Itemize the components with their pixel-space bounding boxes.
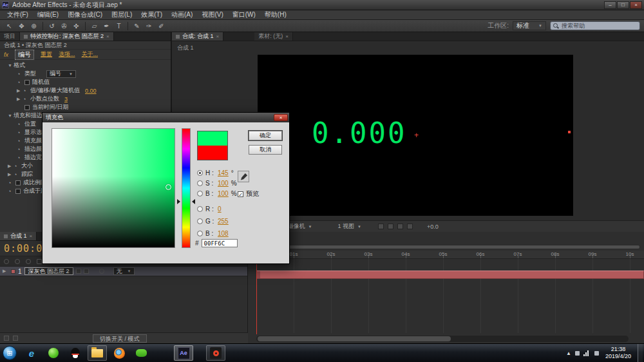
mask-tool-icon[interactable]: ▱ [89,21,100,31]
timeline-scrollbar[interactable] [256,336,629,342]
preview-checkbox[interactable]: ✓ [238,191,243,197]
search-input[interactable] [562,23,632,29]
twirl-icon[interactable]: ▶ [17,97,23,102]
menu-animation[interactable]: 动画(A) [167,10,197,19]
taskbar-player-icon[interactable] [206,345,225,361]
close-icon[interactable]: × [106,33,109,39]
checkbox[interactable] [24,105,30,110]
close-icon[interactable]: × [285,33,289,39]
show-desktop-button[interactable] [638,344,643,362]
color-cursor[interactable] [166,184,171,190]
menu-effect[interactable]: 效果(T) [137,10,167,19]
checkbox[interactable] [15,189,21,194]
work-area-bar[interactable] [256,245,640,249]
radio-hue[interactable] [197,170,203,176]
field-value[interactable]: 108 [218,230,229,237]
help-search-box[interactable] [550,21,640,30]
layer-quality-icon[interactable] [76,269,81,274]
layer-row[interactable]: ▶ 1 深灰色 固态层 2 无 ▼ [0,267,247,276]
camera-tool-icon[interactable]: ✇ [59,21,70,31]
field-value[interactable]: 145 [218,169,229,176]
close-icon[interactable]: × [30,233,33,239]
taskbar-browser-icon[interactable] [44,345,63,361]
stopwatch-icon[interactable]: ◔ [17,155,24,161]
stopwatch-icon[interactable]: ◔ [8,188,15,195]
ok-button[interactable]: 确定 [249,131,282,140]
pan-behind-tool-icon[interactable]: ✜ [71,21,82,31]
stopwatch-icon[interactable]: ◔ [23,88,30,94]
action-center-icon[interactable] [575,351,580,356]
layer-handle[interactable] [568,131,571,133]
type-dropdown[interactable]: 编号▼ [46,70,76,78]
brush-tool-icon[interactable]: ✎ [131,21,142,31]
radio-blue[interactable] [197,231,203,236]
menu-window[interactable]: 窗口(W) [228,10,260,19]
stopwatch-icon[interactable]: ◔ [8,180,15,186]
menu-file[interactable]: 文件(F) [3,10,33,19]
workspace-dropdown[interactable]: 标准 ▼ [513,21,546,30]
preview-option[interactable]: ✓ 预览 [238,189,259,198]
menu-help[interactable]: 帮助(H) [260,10,291,19]
audio-icon[interactable] [15,259,20,264]
layer-name[interactable]: 深灰色 固态层 2 [24,267,73,275]
effect-name[interactable]: 编号 [15,50,34,60]
menu-view[interactable]: 视图(V) [197,10,227,19]
radio-saturation[interactable] [197,180,203,186]
solo-icon[interactable] [26,259,31,264]
fx-icon[interactable]: fx [4,52,8,58]
parent-dropdown[interactable]: 无 ▼ [113,267,135,275]
stopwatch-icon[interactable]: ◔ [17,71,24,77]
tab-timeline-comp[interactable]: 合成 1 × [0,232,37,240]
radio-red[interactable] [197,206,203,212]
close-button[interactable]: × [630,1,642,9]
time-ruler[interactable]: 01s 02s 03s 04s 05s 06s 07s 08s 09s 10s [249,251,644,259]
scrollbar-thumb[interactable] [258,336,451,341]
stopwatch-icon[interactable]: ◔ [17,138,24,144]
network-icon[interactable] [583,350,591,356]
fast-preview-icon[interactable] [388,224,393,229]
layer-duration-bar[interactable] [256,271,644,279]
hand-tool-icon[interactable]: ✥ [16,21,27,31]
hex-input[interactable]: 00FF6C [202,239,238,247]
twirl-icon[interactable]: ▼ [8,113,14,118]
stopwatch-icon[interactable]: ◔ [14,163,21,169]
field-value[interactable]: 100 [218,190,229,197]
menu-layer[interactable]: 图层(L) [107,10,137,19]
video-visibility-icon[interactable] [4,259,9,264]
tab-footage[interactable]: 素材: (无) × [254,32,293,41]
toggle-switches-modes-button[interactable]: 切换开关 / 模式 [93,334,147,343]
start-button[interactable]: ⊞ [3,346,17,360]
exposure-value[interactable]: +0.0 [427,224,439,230]
field-value[interactable]: 100 [218,180,229,187]
taskbar-firefox-icon[interactable] [109,345,129,361]
tray-expand-icon[interactable]: ▲ [566,350,571,356]
options-link[interactable]: 选项... [59,50,75,59]
parent-pickwhip-icon[interactable] [99,269,104,274]
tab-effect-controls[interactable]: 特效控制台: 深灰色 固态层 2 × [20,32,114,41]
cancel-button[interactable]: 取消 [249,145,282,155]
pen-tool-icon[interactable]: ✒ [101,21,112,31]
view-layout-dropdown[interactable]: 1 视图 ▼ [337,222,361,231]
taskbar-after-effects-icon[interactable]: Ae [174,345,193,361]
clone-stamp-tool-icon[interactable]: ✑ [144,21,155,31]
twirl-icon[interactable]: ▶ [3,269,8,274]
checkbox[interactable] [15,180,21,186]
dialog-titlebar[interactable]: 填充色 × [43,113,289,122]
layer-effects-icon[interactable] [84,269,89,274]
saturation-brightness-field[interactable] [52,128,175,248]
checkbox[interactable] [24,80,30,85]
hue-slider[interactable] [182,128,191,248]
selection-tool-icon[interactable]: ↖ [4,21,15,31]
hue-marker-right[interactable] [192,199,195,204]
twirl-icon[interactable]: ▶ [17,88,23,93]
menu-edit[interactable]: 编辑(E) [33,10,63,19]
flowchart-icon[interactable] [407,224,413,229]
timeline-button-icon[interactable] [397,224,403,229]
close-icon[interactable]: × [216,33,220,39]
taskbar-game-icon[interactable] [131,345,151,361]
property-value[interactable]: 3 [64,96,68,102]
composition-viewport[interactable]: 0.000 + [258,55,573,216]
tab-project[interactable]: 项目 [0,32,20,41]
stopwatch-icon[interactable]: ◔ [17,129,24,136]
hue-marker-left[interactable] [177,199,180,204]
